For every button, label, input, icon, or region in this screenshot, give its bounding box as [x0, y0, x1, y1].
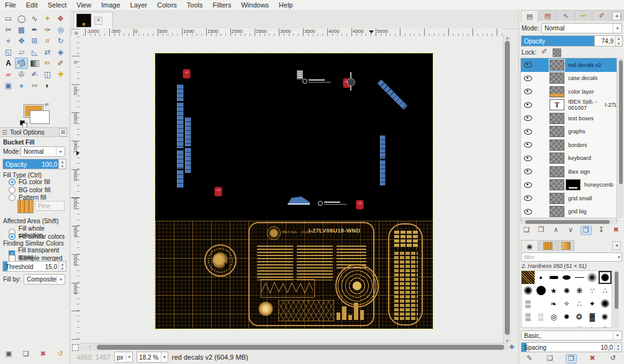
brush-item[interactable]: ▒	[522, 310, 535, 323]
layer-row[interactable]: graphs	[521, 125, 617, 139]
tab-paths[interactable]: ∿	[557, 10, 574, 21]
tool-eraser[interactable]: ▰	[2, 69, 15, 80]
visibility-eye-icon[interactable]	[524, 76, 532, 81]
brush-item[interactable]	[573, 271, 586, 284]
visibility-eye-icon[interactable]	[524, 195, 532, 201]
new-brush-button[interactable]: ❏	[545, 354, 555, 363]
tab-gradients[interactable]	[557, 240, 574, 251]
visibility-eye-icon[interactable]	[524, 62, 532, 68]
fill-by-select[interactable]: Composite▾	[24, 274, 65, 285]
brush-item[interactable]	[586, 271, 599, 284]
spinner-buttons[interactable]: ▲▼	[615, 36, 622, 46]
brush-item[interactable]: ∷	[560, 323, 573, 328]
reset-options-button[interactable]: ↺	[55, 350, 65, 358]
brush-item[interactable]	[522, 271, 535, 284]
tool-blur-sharpen[interactable]: ●	[15, 80, 28, 91]
tool-rectangle-select[interactable]: ▭	[2, 13, 15, 24]
brush-item[interactable]: ❧	[547, 297, 560, 310]
tool-gradient[interactable]	[28, 58, 41, 69]
brush-item[interactable]: ▒	[522, 297, 535, 310]
brush-item[interactable]	[535, 323, 548, 328]
brush-item[interactable]	[547, 271, 560, 284]
visibility-eye-icon[interactable]	[524, 89, 532, 94]
radio-bg-color-fill[interactable]: BG color fill	[9, 187, 50, 193]
brush-item[interactable]	[599, 310, 612, 323]
brush-item[interactable]: ∵	[586, 284, 599, 297]
brush-item[interactable]: ✈	[586, 323, 599, 328]
tab-paint-dynamics[interactable]: ✐	[593, 10, 610, 21]
tool-perspective[interactable]: ◺	[28, 47, 41, 58]
layer-row[interactable]: TIBEX Spb. - 001007I-27LV	[521, 99, 617, 112]
visibility-eye-icon[interactable]	[524, 129, 532, 135]
brush-item[interactable]	[599, 297, 612, 310]
brush-item[interactable]: ✹	[560, 310, 573, 323]
menu-file[interactable]: File	[0, 0, 21, 10]
restore-options-button[interactable]: ❏	[21, 350, 31, 358]
layer-row[interactable]: honeycomb	[521, 179, 617, 192]
visibility-eye-icon[interactable]	[524, 115, 532, 121]
brush-item[interactable]	[599, 271, 612, 284]
tool-clone[interactable]: ◫	[41, 69, 54, 80]
tool-flip[interactable]: ⇄	[41, 47, 54, 58]
delete-options-button[interactable]: ✖	[38, 350, 48, 358]
brush-item[interactable]: ❋	[573, 284, 586, 297]
background-color-swatch[interactable]	[30, 110, 50, 124]
delete-brush-button[interactable]: ✖	[587, 354, 597, 363]
brush-item[interactable]: ▓	[586, 310, 599, 323]
menu-colors[interactable]: Colors	[152, 0, 182, 10]
brush-item[interactable]	[535, 271, 548, 284]
swap-colors-icon[interactable]: ⇄	[45, 102, 49, 107]
menu-windows[interactable]: Windows	[236, 0, 274, 10]
brush-filter-input[interactable]: filter▾	[521, 252, 622, 262]
tool-move[interactable]: ✥	[15, 35, 28, 47]
tool-alignment[interactable]: ⊞	[28, 35, 41, 47]
tool-color-picker[interactable]: ✑	[41, 24, 54, 35]
brush-item[interactable]: ❂	[573, 310, 586, 323]
tool-shear[interactable]: ▱	[15, 47, 28, 58]
tool-foreground-select[interactable]: ▩	[15, 24, 28, 35]
canvas-viewport[interactable]: ω ω ω ω	[79, 36, 503, 343]
close-icon[interactable]: ✕	[94, 17, 102, 25]
mode-select[interactable]: Normal▾	[20, 146, 65, 157]
tool-paintbrush[interactable]: ✐	[54, 58, 67, 69]
layer-opacity-value[interactable]: 74,9 ▲▼	[594, 35, 623, 47]
visibility-eye-icon[interactable]	[524, 169, 532, 174]
spacing-slider[interactable]: Spacing 10,0 ▲▼	[521, 342, 622, 352]
menu-image[interactable]: Image	[96, 0, 125, 10]
tab-layers[interactable]: ▤	[521, 10, 538, 22]
layer-row[interactable]: keyboard	[521, 152, 617, 166]
layer-row[interactable]: red decals v2	[521, 58, 617, 72]
spinner-buttons[interactable]: ▲▼	[614, 343, 622, 352]
dock-menu-button[interactable]: ◂	[612, 12, 621, 20]
brush-item[interactable]	[560, 271, 573, 284]
tool-smudge[interactable]: ∾	[28, 80, 41, 91]
tool-cage-transform[interactable]: ◈	[54, 47, 67, 58]
anchor-layer-button[interactable]: ↧	[596, 226, 606, 235]
delete-layer-button[interactable]: ✖	[611, 226, 621, 235]
visibility-eye-icon[interactable]	[524, 142, 532, 148]
new-layer-button[interactable]: ❏	[522, 226, 531, 235]
layer-row[interactable]: grid small	[521, 192, 617, 205]
tool-crop[interactable]: ⌗	[41, 35, 54, 47]
unit-select[interactable]: px▾	[114, 352, 133, 363]
brush-item[interactable]: ▦	[522, 323, 535, 328]
menu-select[interactable]: Select	[43, 0, 72, 10]
brush-item[interactable]: ≋	[547, 323, 560, 328]
default-colors-icon[interactable]	[20, 120, 26, 127]
tool-fuzzy-select[interactable]: ✦	[41, 13, 54, 24]
brush-scrollbar[interactable]	[613, 270, 619, 328]
tool-scissors-select[interactable]: ✂	[2, 24, 15, 35]
opacity-slider[interactable]: Opacity 100,0 ▲▼	[2, 159, 66, 169]
tool-text[interactable]: A	[2, 58, 15, 69]
pattern-swatch[interactable]	[17, 200, 34, 213]
pan-view-icon[interactable]: ✥	[509, 344, 514, 350]
menu-edit[interactable]: Edit	[21, 0, 43, 10]
duplicate-layer-button[interactable]: ❐	[581, 226, 592, 235]
tool-zoom[interactable]: ◎	[54, 24, 67, 35]
visibility-eye-icon[interactable]	[524, 209, 532, 215]
brush-item[interactable]: ░	[573, 323, 586, 328]
tool-bucket-fill[interactable]	[15, 58, 28, 69]
brush-item[interactable]: ∴	[573, 297, 586, 310]
tool-options-menu-button[interactable]: ⊞	[59, 128, 67, 136]
menu-layer[interactable]: Layer	[125, 0, 153, 10]
